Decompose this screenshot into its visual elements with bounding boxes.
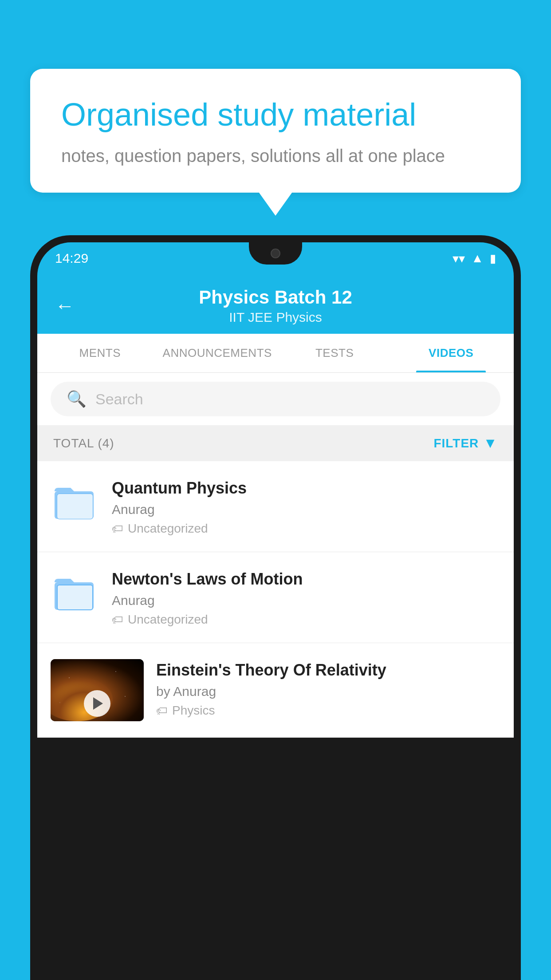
folder-icon bbox=[51, 568, 99, 617]
search-container: 🔍 Search bbox=[37, 373, 514, 425]
camera bbox=[271, 249, 280, 258]
header-title: Physics Batch 12 bbox=[88, 287, 463, 308]
status-time: 14:29 bbox=[55, 251, 88, 266]
tab-documents[interactable]: MENTS bbox=[42, 334, 158, 372]
search-placeholder: Search bbox=[95, 391, 143, 408]
tag-text: Uncategorized bbox=[128, 522, 208, 536]
svg-rect-2 bbox=[57, 494, 93, 519]
battery-icon: ▮ bbox=[490, 252, 496, 265]
video-info: Quantum Physics Anurag 🏷 Uncategorized bbox=[112, 477, 500, 536]
filter-bar: TOTAL (4) FILTER ▼ bbox=[37, 425, 514, 461]
tag-icon: 🏷 bbox=[112, 613, 123, 627]
video-title: Quantum Physics bbox=[112, 479, 500, 498]
video-tag: 🏷 Physics bbox=[156, 703, 500, 718]
phone-frame: 14:29 ▾▾ ▲ ▮ ← Physics Batch 12 IIT JEE … bbox=[30, 235, 521, 980]
search-bar[interactable]: 🔍 Search bbox=[51, 382, 500, 416]
folder-icon bbox=[51, 477, 99, 526]
search-icon: 🔍 bbox=[67, 390, 87, 408]
signal-icon: ▲ bbox=[471, 251, 484, 265]
tag-text: Physics bbox=[172, 703, 215, 718]
header-title-group: Physics Batch 12 IIT JEE Physics bbox=[88, 287, 463, 325]
video-tag: 🏷 Uncategorized bbox=[112, 522, 500, 536]
notch bbox=[249, 242, 302, 265]
video-author: Anurag bbox=[112, 593, 500, 608]
list-item[interactable]: Newton's Laws of Motion Anurag 🏷 Uncateg… bbox=[37, 552, 514, 643]
filter-button[interactable]: FILTER ▼ bbox=[433, 435, 498, 451]
header-subtitle: IIT JEE Physics bbox=[88, 310, 463, 325]
wifi-icon: ▾▾ bbox=[453, 251, 465, 266]
tag-icon: 🏷 bbox=[156, 704, 168, 718]
list-item[interactable]: Quantum Physics Anurag 🏷 Uncategorized bbox=[37, 461, 514, 552]
filter-icon: ▼ bbox=[483, 435, 498, 451]
speech-bubble-container: Organised study material notes, question… bbox=[30, 69, 521, 193]
back-button[interactable]: ← bbox=[55, 295, 75, 317]
bubble-title: Organised study material bbox=[61, 95, 490, 134]
video-info: Newton's Laws of Motion Anurag 🏷 Uncateg… bbox=[112, 568, 500, 627]
tab-announcements[interactable]: ANNOUNCEMENTS bbox=[158, 334, 276, 372]
video-title: Einstein's Theory Of Relativity bbox=[156, 661, 500, 680]
content-area: Quantum Physics Anurag 🏷 Uncategorized bbox=[37, 461, 514, 738]
status-bar: 14:29 ▾▾ ▲ ▮ bbox=[37, 242, 514, 274]
filter-label: FILTER bbox=[433, 436, 479, 450]
video-author: by Anurag bbox=[156, 684, 500, 699]
video-info: Einstein's Theory Of Relativity by Anura… bbox=[156, 659, 500, 718]
tab-videos[interactable]: VIDEOS bbox=[393, 334, 509, 372]
status-icons: ▾▾ ▲ ▮ bbox=[453, 251, 496, 266]
phone-inner: 14:29 ▾▾ ▲ ▮ ← Physics Batch 12 IIT JEE … bbox=[37, 242, 514, 980]
svg-rect-4 bbox=[57, 585, 93, 610]
bubble-subtitle: notes, question papers, solutions all at… bbox=[61, 146, 490, 166]
video-tag: 🏷 Uncategorized bbox=[112, 612, 500, 627]
total-count: TOTAL (4) bbox=[53, 436, 114, 450]
list-item[interactable]: Einstein's Theory Of Relativity by Anura… bbox=[37, 643, 514, 738]
tabs-bar: MENTS ANNOUNCEMENTS TESTS VIDEOS bbox=[37, 334, 514, 373]
tag-icon: 🏷 bbox=[112, 522, 123, 536]
video-title: Newton's Laws of Motion bbox=[112, 570, 500, 589]
tab-tests[interactable]: TESTS bbox=[276, 334, 393, 372]
video-author: Anurag bbox=[112, 502, 500, 517]
speech-bubble: Organised study material notes, question… bbox=[30, 69, 521, 193]
app-header: ← Physics Batch 12 IIT JEE Physics bbox=[37, 274, 514, 334]
play-button[interactable] bbox=[84, 690, 110, 717]
video-thumbnail bbox=[51, 659, 144, 721]
play-icon bbox=[93, 697, 103, 710]
tag-text: Uncategorized bbox=[128, 612, 208, 627]
